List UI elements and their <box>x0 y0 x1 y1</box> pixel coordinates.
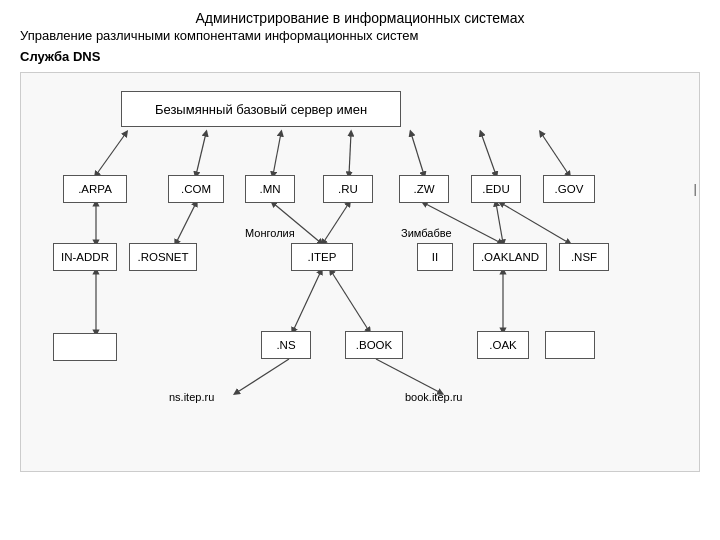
section-label: Служба DNS <box>20 49 700 64</box>
svg-line-5 <box>481 133 496 175</box>
node-ii: II <box>417 243 453 271</box>
svg-line-4 <box>411 133 424 175</box>
node-oakland: .OAKLAND <box>473 243 547 271</box>
svg-line-11 <box>176 203 196 243</box>
node-rosnet: .ROSNET <box>129 243 197 271</box>
mongolia-label: Монголия <box>245 227 295 239</box>
node-zw: .ZW <box>399 175 449 203</box>
node-oak: .OAK <box>477 331 529 359</box>
node-gov: .GOV <box>543 175 595 203</box>
node-ru: .RU <box>323 175 373 203</box>
zimbabwe-label: Зимбабве <box>401 227 452 239</box>
node-blank1 <box>53 333 117 361</box>
page-title: Администрирование в информационных систе… <box>20 10 700 26</box>
svg-line-1 <box>196 133 206 175</box>
svg-line-15 <box>331 271 369 331</box>
svg-line-19 <box>376 359 441 393</box>
node-edu: .EDU <box>471 175 521 203</box>
node-com: .COM <box>168 175 224 203</box>
dns-diagram: Безымянный базовый сервер имен .ARPA .CO… <box>20 72 700 472</box>
svg-line-14 <box>293 271 321 331</box>
node-arpa: .ARPA <box>63 175 127 203</box>
svg-line-2 <box>273 133 281 175</box>
node-book: .BOOK <box>345 331 403 359</box>
node-mn: .MN <box>245 175 295 203</box>
book-itep-label: book.itep.ru <box>405 391 462 403</box>
more-indicator: | <box>694 181 697 196</box>
page-subtitle: Управление различными компонентами инфор… <box>20 28 700 43</box>
node-inaddr: IN-ADDR <box>53 243 117 271</box>
svg-line-13 <box>501 203 569 243</box>
svg-line-18 <box>236 359 289 393</box>
node-nsf: .NSF <box>559 243 609 271</box>
svg-line-6 <box>541 133 569 175</box>
svg-line-8 <box>323 203 349 243</box>
node-ns: .NS <box>261 331 311 359</box>
svg-line-3 <box>349 133 351 175</box>
root-node: Безымянный базовый сервер имен <box>121 91 401 127</box>
ns-itep-label: ns.itep.ru <box>169 391 214 403</box>
svg-line-0 <box>96 133 126 175</box>
page: Администрирование в информационных систе… <box>0 0 720 540</box>
node-blank2 <box>545 331 595 359</box>
node-itep: .ITEP <box>291 243 353 271</box>
svg-line-12 <box>496 203 503 243</box>
